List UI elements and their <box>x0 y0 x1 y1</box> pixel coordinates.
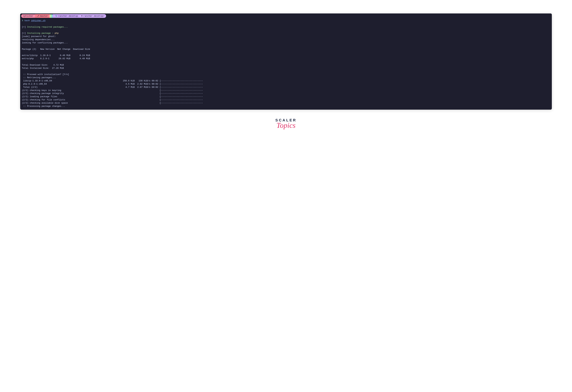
branch-segment: ⎇ master <box>35 14 50 18</box>
prompt-symbol: λ <box>22 19 23 22</box>
line1-bracket-open: [ <box>22 26 23 28</box>
branch-name: master <box>40 15 48 17</box>
tab-bar: zphisher ⎇ master 🐳 rancher-desktop ☸ ra… <box>20 14 552 18</box>
line21: :: Processing package changes... <box>22 105 65 107</box>
command-bash: bash <box>25 19 30 22</box>
project-segment: zphisher <box>21 14 35 18</box>
line13: libzip-1.10.0-1-x86_64 250.6 KiB 138 KiB… <box>22 80 203 82</box>
kube-icon: ☸ <box>81 15 82 17</box>
line17: (2/2) checking package integrity [------… <box>22 92 203 95</box>
line15: Total (2/2) 4.7 MiB 2.07 MiB/s 00:02 [--… <box>22 86 203 88</box>
git-branch-icon: ⎇ <box>37 15 39 17</box>
line11: :: Proceed with installation? [Y/n] <box>22 73 69 76</box>
line10: Total Installed Size: 27.28 MiB <box>22 67 64 69</box>
line6: Package (2) New Version Net Change Downl… <box>22 48 90 50</box>
line1-plus: + <box>23 26 25 28</box>
line12: :: Retrieving packages... <box>22 76 56 79</box>
status-pill[interactable]: zphisher ⎇ master 🐳 rancher-desktop ☸ ra… <box>21 14 106 18</box>
terminal-output[interactable]: λ bash zphisher.sh [+] Installing requir… <box>20 18 552 110</box>
context1-segment: 🐳 rancher-desktop <box>53 14 79 18</box>
line2-plus: + <box>23 32 25 34</box>
line9: Total Download Size: 4.72 MiB <box>22 64 64 66</box>
context2-name: rancher-desktop/ <box>83 15 104 17</box>
terminal-window: zphisher ⎇ master 🐳 rancher-desktop ☸ ra… <box>20 14 552 110</box>
line3: [sudo] password for ghost: <box>22 35 56 38</box>
line2-bracket-open: [ <box>22 32 23 34</box>
line1-text: Installing required packages... <box>27 26 68 28</box>
line2-text: Installing package : <box>27 32 55 34</box>
line18: (2/2) loading package files [-----------… <box>22 95 203 98</box>
line2-pkg: php <box>55 32 59 34</box>
line5: looking for conflicting packages... <box>22 42 68 44</box>
line19: (2/2) checking for file conflicts [-----… <box>22 98 203 101</box>
docker-icon: 🐳 <box>55 15 57 17</box>
line16: (2/2) checking keys in keyring [--------… <box>22 89 203 92</box>
line7: extra/libzip 1.10.0-1 0.46 MiB 0.24 MiB <box>22 54 90 57</box>
line20: (2/2) checking available disk space [---… <box>22 102 203 104</box>
command-script: zphisher.sh <box>31 19 46 22</box>
line2-bracket-close: ] <box>25 32 27 34</box>
brand-topics: Topics <box>276 121 295 130</box>
context2-segment: ☸ rancher-desktop/ <box>79 14 106 18</box>
line14: php-8.2.9-1-x86_64 4.5 MiB 2.02 MiB/s 00… <box>22 83 203 85</box>
line1-bracket-close: ] <box>25 26 27 28</box>
line8: extra/php 8.2.9-1 26.82 MiB 4.48 MiB <box>22 57 90 60</box>
rainbow-divider <box>50 14 53 18</box>
context1-name: rancher-desktop <box>58 15 78 17</box>
line4: resolving dependencies... <box>22 38 55 41</box>
footer-brand: SCALER Topics <box>275 118 297 130</box>
project-name: zphisher <box>23 15 33 17</box>
